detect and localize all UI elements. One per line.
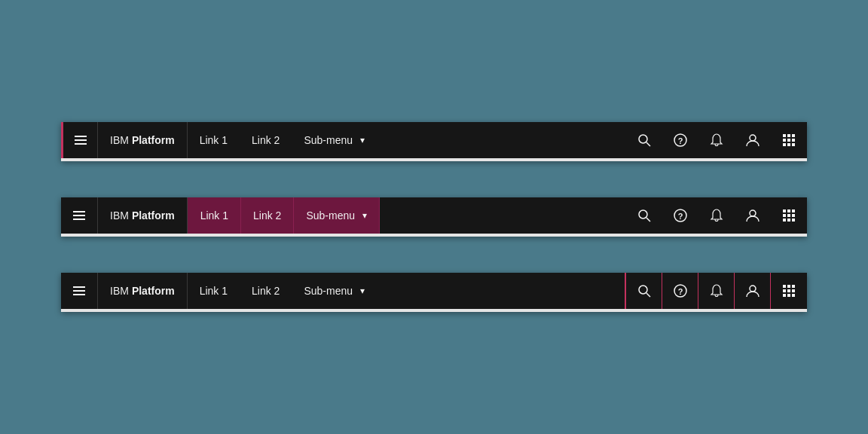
bell-icon-1 bbox=[709, 133, 724, 148]
nav-actions-1: ? bbox=[626, 122, 807, 158]
nav-link1-label-3: Link 1 bbox=[200, 285, 228, 297]
svg-point-3 bbox=[639, 135, 647, 143]
svg-rect-48 bbox=[783, 294, 786, 297]
svg-rect-32 bbox=[787, 219, 790, 222]
brand-2: IBM Platform bbox=[97, 197, 188, 234]
nav-link1-1[interactable]: Link 1 bbox=[188, 122, 240, 158]
svg-rect-15 bbox=[787, 143, 790, 146]
user-icon-3 bbox=[745, 283, 760, 298]
brand-ibm-2: IBM bbox=[110, 209, 129, 222]
svg-rect-9 bbox=[787, 134, 790, 137]
svg-rect-2 bbox=[75, 143, 87, 145]
nav-link2-3[interactable]: Link 2 bbox=[240, 273, 292, 309]
svg-rect-25 bbox=[783, 209, 786, 212]
navbar-3: IBM Platform Link 1 Link 2 Sub-menu ▾ bbox=[61, 273, 807, 309]
svg-rect-34 bbox=[73, 286, 85, 288]
user-button-3[interactable] bbox=[735, 273, 771, 309]
svg-rect-42 bbox=[783, 285, 786, 288]
svg-rect-27 bbox=[792, 209, 795, 212]
apps-button-2[interactable] bbox=[771, 197, 807, 234]
nav-links-2: Link 1 Link 2 Sub-menu ▾ bbox=[188, 197, 626, 234]
help-button-3[interactable]: ? bbox=[662, 273, 698, 309]
nav-link2-label-1: Link 2 bbox=[252, 134, 280, 146]
svg-rect-29 bbox=[787, 214, 790, 217]
svg-rect-44 bbox=[792, 285, 795, 288]
svg-rect-10 bbox=[792, 134, 795, 137]
apps-button-3[interactable] bbox=[771, 273, 807, 309]
notifications-button-3[interactable] bbox=[698, 273, 735, 309]
nav-submenu-label-2: Sub-menu bbox=[306, 209, 355, 222]
user-button-2[interactable] bbox=[735, 197, 771, 234]
svg-rect-17 bbox=[73, 211, 85, 212]
nav-submenu-3[interactable]: Sub-menu ▾ bbox=[292, 273, 377, 309]
apps-button-1[interactable] bbox=[771, 122, 807, 158]
hamburger-button-3[interactable] bbox=[61, 273, 97, 309]
svg-rect-26 bbox=[787, 209, 790, 212]
help-button-2[interactable]: ? bbox=[662, 197, 698, 234]
nav-links-1: Link 1 Link 2 Sub-menu ▾ bbox=[188, 122, 626, 158]
svg-point-37 bbox=[639, 286, 647, 294]
svg-rect-16 bbox=[792, 143, 795, 146]
brand-ibm-1: IBM bbox=[110, 134, 129, 146]
help-icon-3: ? bbox=[673, 283, 688, 298]
svg-rect-13 bbox=[792, 139, 795, 142]
apps-icon-2 bbox=[781, 208, 796, 223]
nav-link2-2[interactable]: Link 2 bbox=[241, 197, 294, 234]
svg-line-4 bbox=[646, 142, 650, 146]
brand-platform-2: Platform bbox=[132, 209, 175, 222]
search-button-2[interactable] bbox=[626, 197, 662, 234]
svg-point-7 bbox=[750, 135, 756, 141]
hamburger-button-2[interactable] bbox=[61, 197, 97, 234]
svg-rect-46 bbox=[787, 289, 790, 292]
svg-rect-49 bbox=[787, 294, 790, 297]
search-icon-2 bbox=[637, 208, 652, 223]
help-icon-1: ? bbox=[673, 133, 688, 148]
nav-actions-3: ? bbox=[625, 273, 807, 309]
nav-link1-label-1: Link 1 bbox=[200, 134, 228, 146]
svg-rect-18 bbox=[73, 215, 85, 216]
svg-rect-36 bbox=[73, 294, 85, 295]
nav-link2-label-2: Link 2 bbox=[253, 209, 281, 222]
nav-submenu-1[interactable]: Sub-menu ▾ bbox=[292, 122, 377, 158]
submenu-chevron-2: ▾ bbox=[362, 210, 367, 221]
navbar-1: IBM Platform Link 1 Link 2 Sub-menu ▾ bbox=[61, 122, 807, 158]
hamburger-icon-1 bbox=[73, 133, 88, 148]
user-button-1[interactable] bbox=[735, 122, 771, 158]
search-button-3[interactable] bbox=[626, 273, 662, 309]
search-icon-1 bbox=[637, 133, 652, 148]
nav-link1-2[interactable]: Link 1 bbox=[188, 197, 241, 234]
svg-rect-31 bbox=[783, 219, 786, 222]
nav-link2-1[interactable]: Link 2 bbox=[240, 122, 292, 158]
hamburger-button-1[interactable] bbox=[61, 122, 97, 158]
navbar-bottom-line-2 bbox=[61, 234, 807, 237]
apps-icon-3 bbox=[781, 283, 796, 298]
user-icon-1 bbox=[745, 133, 760, 148]
navbar-bottom-line-1 bbox=[61, 158, 807, 161]
bell-icon-3 bbox=[709, 283, 724, 298]
svg-rect-0 bbox=[75, 136, 87, 137]
notifications-button-2[interactable] bbox=[698, 197, 735, 234]
svg-rect-8 bbox=[783, 134, 786, 137]
navbar-variant-1: IBM Platform Link 1 Link 2 Sub-menu ▾ bbox=[61, 122, 807, 161]
svg-rect-33 bbox=[792, 219, 795, 222]
nav-actions-2: ? bbox=[626, 197, 807, 234]
nav-submenu-2[interactable]: Sub-menu ▾ bbox=[294, 197, 380, 234]
svg-text:?: ? bbox=[678, 212, 683, 221]
notifications-button-1[interactable] bbox=[698, 122, 735, 158]
brand-platform-3: Platform bbox=[132, 285, 175, 297]
navbar-variant-2: IBM Platform Link 1 Link 2 Sub-menu ▾ bbox=[61, 197, 807, 237]
search-button-1[interactable] bbox=[626, 122, 662, 158]
svg-rect-30 bbox=[792, 214, 795, 217]
bell-icon-2 bbox=[709, 208, 724, 223]
navbar-2: IBM Platform Link 1 Link 2 Sub-menu ▾ bbox=[61, 197, 807, 234]
svg-text:?: ? bbox=[677, 287, 683, 296]
svg-point-20 bbox=[639, 210, 647, 219]
svg-rect-19 bbox=[73, 219, 85, 220]
nav-link1-3[interactable]: Link 1 bbox=[188, 273, 240, 309]
nav-submenu-label-3: Sub-menu bbox=[304, 285, 353, 297]
help-button-1[interactable]: ? bbox=[662, 122, 698, 158]
brand-1: IBM Platform bbox=[97, 122, 188, 158]
svg-point-24 bbox=[750, 210, 756, 216]
apps-icon-1 bbox=[781, 133, 796, 148]
svg-rect-47 bbox=[792, 289, 795, 292]
